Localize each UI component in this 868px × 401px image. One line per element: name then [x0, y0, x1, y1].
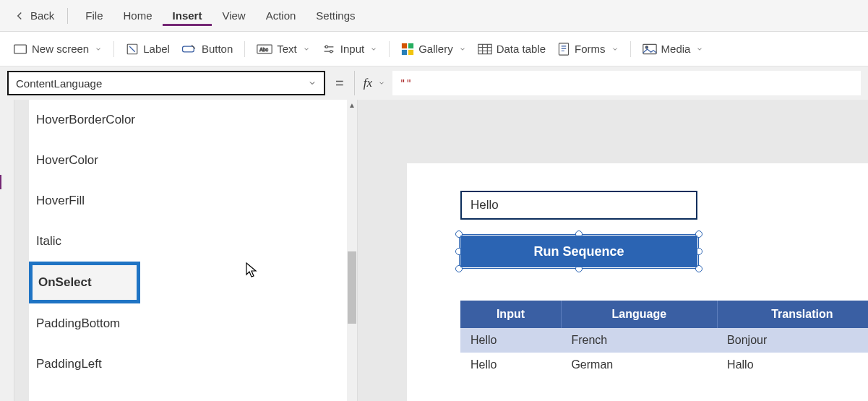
table-icon — [478, 43, 492, 55]
chevron-down-icon — [308, 77, 317, 90]
menu-view[interactable]: View — [212, 5, 255, 26]
formula-value: "" — [400, 77, 412, 89]
scroll-thumb[interactable] — [348, 251, 356, 324]
left-rail — [0, 100, 14, 401]
divider — [67, 8, 68, 24]
formula-bar: ContentLanguage = fx "" — [0, 66, 868, 100]
divider — [630, 41, 631, 57]
svg-text:Abc: Abc — [260, 46, 269, 51]
fx-label: fx — [364, 76, 372, 90]
run-button-label: Run Sequence — [533, 244, 624, 259]
top-menubar: Back File Home Insert View Action Settin… — [0, 0, 868, 32]
button-label: Button — [202, 43, 233, 55]
chevron-down-icon — [459, 43, 466, 55]
run-sequence-button[interactable]: Run Sequence — [460, 236, 697, 267]
equals-sign: = — [332, 75, 347, 92]
svg-point-6 — [330, 50, 332, 52]
text-input-control[interactable]: Hello — [460, 191, 697, 220]
input-icon — [322, 43, 336, 55]
prop-item-paddingleft[interactable]: PaddingLeft — [29, 344, 357, 384]
th-input[interactable]: Input — [460, 301, 561, 328]
cell: Hello — [460, 353, 561, 377]
chevron-down-icon — [378, 77, 385, 89]
button-icon — [181, 43, 197, 55]
insert-toolbar: New screen Label Button Abc Text Input — [0, 32, 868, 66]
media-icon — [643, 43, 657, 55]
svg-rect-10 — [408, 49, 413, 54]
label-label: Label — [143, 43, 170, 55]
prop-item-onselect[interactable]: OnSelect — [29, 262, 140, 303]
th-language[interactable]: Language — [561, 301, 717, 328]
prop-item-italic[interactable]: Italic — [29, 221, 357, 262]
chevron-down-icon — [370, 43, 377, 55]
formula-input[interactable]: "" — [392, 71, 861, 95]
text-input-value: Hello — [470, 198, 499, 212]
prop-item-hoverfill[interactable]: HoverFill — [29, 181, 357, 221]
cursor-icon — [246, 262, 259, 280]
cell: Hallo — [717, 353, 868, 377]
menu-file[interactable]: File — [75, 5, 113, 26]
svg-rect-0 — [14, 45, 27, 53]
property-dropdown-panel: HoverBorderColor HoverColor HoverFill It… — [29, 100, 358, 401]
scrollbar[interactable]: ▲ — [347, 100, 357, 401]
svg-rect-7 — [402, 43, 407, 48]
forms-icon — [557, 43, 570, 56]
table-header-row: Input Language Translation — [460, 301, 868, 328]
svg-rect-11 — [478, 44, 491, 53]
menu-settings[interactable]: Settings — [306, 5, 365, 26]
svg-point-14 — [645, 46, 648, 48]
cell: French — [561, 328, 717, 353]
divider — [244, 41, 245, 57]
property-select[interactable]: ContentLanguage — [7, 71, 325, 95]
back-arrow-icon — [13, 9, 26, 22]
cell: German — [561, 353, 717, 377]
label-icon — [126, 43, 139, 56]
chevron-down-icon — [696, 43, 703, 55]
gallery-button[interactable]: Gallery — [395, 40, 472, 59]
new-screen-button[interactable]: New screen — [7, 40, 108, 58]
main-area: HoverBorderColor HoverColor HoverFill It… — [0, 100, 868, 401]
gallery-icon — [401, 43, 414, 56]
prop-item-hovercolor[interactable]: HoverColor — [29, 140, 357, 181]
label-button[interactable]: Label — [120, 40, 176, 59]
menu-action[interactable]: Action — [256, 5, 306, 26]
media-label: Media — [661, 43, 691, 55]
svg-rect-9 — [402, 49, 407, 54]
svg-rect-12 — [559, 43, 569, 54]
menu-insert[interactable]: Insert — [163, 5, 212, 26]
table-row[interactable]: Hello German Hallo — [460, 353, 868, 377]
cell: Bonjour — [717, 328, 868, 353]
cell: Hello — [460, 328, 561, 353]
screen-icon — [13, 43, 27, 55]
th-translation[interactable]: Translation — [717, 301, 868, 328]
svg-point-5 — [325, 46, 327, 48]
back-button[interactable]: Back — [7, 7, 60, 25]
prop-item-hoverbordercolor[interactable]: HoverBorderColor — [29, 100, 357, 140]
text-button[interactable]: Abc Text — [251, 40, 316, 58]
divider — [113, 41, 114, 57]
canvas-screen[interactable]: Hello Run Sequence Input Languag — [407, 163, 868, 401]
data-table-label: Data table — [497, 43, 546, 55]
data-table-button[interactable]: Data table — [472, 40, 551, 58]
chevron-down-icon — [303, 43, 310, 55]
media-button[interactable]: Media — [637, 40, 710, 58]
scroll-up-icon[interactable]: ▲ — [348, 101, 356, 109]
divider — [389, 41, 390, 57]
forms-button[interactable]: Forms — [551, 40, 624, 59]
back-label: Back — [30, 9, 54, 22]
text-icon: Abc — [257, 44, 272, 54]
fx-dropdown[interactable]: fx — [354, 71, 385, 95]
canvas-area: Hello Run Sequence Input Languag — [358, 100, 868, 401]
svg-rect-2 — [182, 46, 194, 52]
input-button[interactable]: Input — [316, 40, 383, 58]
svg-rect-8 — [408, 43, 413, 48]
chevron-down-icon — [611, 43, 619, 55]
button-button[interactable]: Button — [176, 40, 239, 58]
translation-table[interactable]: Input Language Translation Hello French … — [460, 301, 868, 377]
menu-home[interactable]: Home — [113, 5, 163, 26]
table-row[interactable]: Hello French Bonjour — [460, 328, 868, 353]
rail-accent — [0, 175, 1, 189]
chevron-down-icon — [95, 43, 102, 55]
new-screen-label: New screen — [32, 43, 89, 55]
prop-item-paddingbottom[interactable]: PaddingBottom — [29, 303, 357, 344]
